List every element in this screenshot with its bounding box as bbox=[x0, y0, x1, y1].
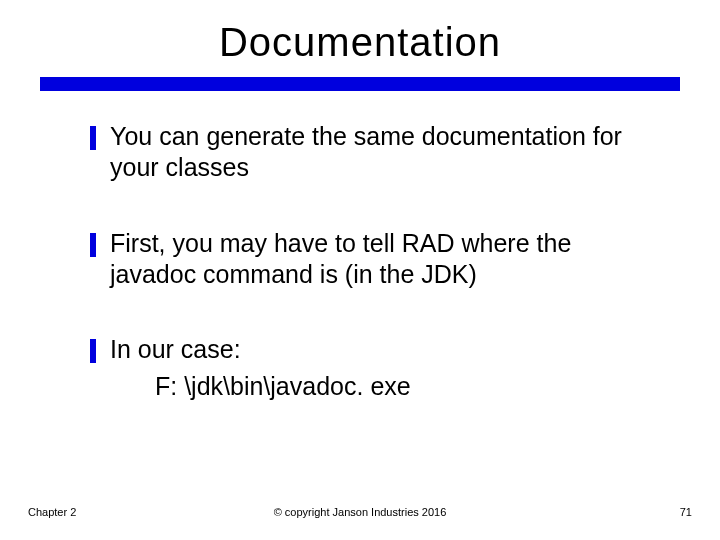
content-area: You can generate the same documentation … bbox=[40, 121, 680, 540]
bullet-marker-icon bbox=[90, 233, 96, 257]
bullet-item: You can generate the same documentation … bbox=[90, 121, 660, 184]
slide: Documentation You can generate the same … bbox=[0, 0, 720, 540]
bullet-item: In our case: F: \jdk\bin\javadoc. exe bbox=[90, 334, 660, 403]
bullet-marker-icon bbox=[90, 339, 96, 363]
bullet-text: First, you may have to tell RAD where th… bbox=[110, 228, 660, 291]
footer-center: © copyright Janson Industries 2016 bbox=[274, 506, 447, 518]
footer: Chapter 2 © copyright Janson Industries … bbox=[0, 506, 720, 518]
bullet-text: You can generate the same documentation … bbox=[110, 121, 660, 184]
bullet-item: First, you may have to tell RAD where th… bbox=[90, 228, 660, 291]
bullet-subtext: F: \jdk\bin\javadoc. exe bbox=[155, 371, 660, 402]
footer-left: Chapter 2 bbox=[28, 506, 76, 518]
bullet-marker-icon bbox=[90, 126, 96, 150]
footer-right: 71 bbox=[680, 506, 692, 518]
bullet-text: In our case: bbox=[110, 334, 241, 365]
title-rule bbox=[40, 77, 680, 91]
slide-title: Documentation bbox=[40, 20, 680, 65]
